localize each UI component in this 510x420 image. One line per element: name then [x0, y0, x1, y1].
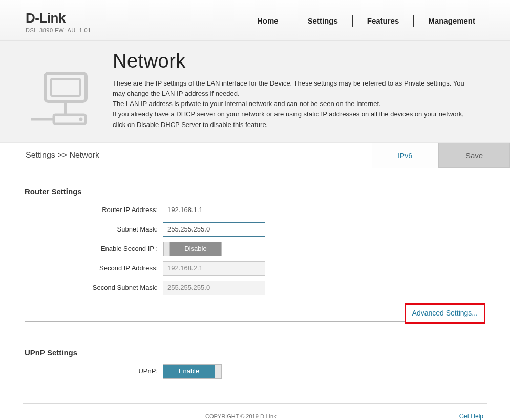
row-subnet-mask: Subnet Mask: — [25, 222, 485, 237]
svg-rect-1 — [51, 79, 80, 96]
subnet-mask-input[interactable] — [163, 222, 265, 237]
hero-banner: Network These are the IP settings of the… — [0, 41, 510, 143]
enable-second-ip-toggle[interactable]: Disable — [163, 242, 222, 256]
desc-line: If you already have a DHCP server on you… — [113, 110, 464, 128]
nav-settings[interactable]: Settings — [293, 14, 352, 27]
row-router-ip: Router IP Address: — [25, 203, 485, 217]
label-second-mask: Second Subnet Mask: — [25, 284, 163, 291]
hero-text: Network These are the IP settings of the… — [113, 50, 490, 130]
get-help-link[interactable]: Get Help — [459, 413, 483, 420]
router-ip-input[interactable] — [163, 203, 265, 217]
top-bar: D-Link DSL-3890 FW: AU_1.01 Home Setting… — [0, 0, 510, 41]
brand-model: DSL-3890 FW: AU_1.01 — [26, 27, 91, 33]
nav-home[interactable]: Home — [243, 14, 293, 27]
content: Router Settings Router IP Address: Subne… — [0, 169, 510, 389]
desc-line: These are the IP settings of the LAN int… — [113, 79, 464, 97]
brand: D-Link DSL-3890 FW: AU_1.01 — [26, 10, 91, 33]
footer: COPYRIGHT © 2019 D-Link Get Help — [23, 403, 487, 420]
advanced-settings-link[interactable]: Advanced Settings... — [405, 303, 485, 324]
save-button[interactable]: Save — [438, 143, 510, 168]
row-second-ip: Second IP Address: — [25, 261, 485, 276]
advanced-row: Advanced Settings... — [25, 304, 485, 322]
nav-features[interactable]: Features — [353, 14, 414, 27]
upnp-settings-heading: UPnP Settings — [25, 348, 485, 357]
router-settings-heading: Router Settings — [25, 187, 485, 196]
row-upnp: UPnP: Enable — [25, 364, 485, 379]
main-nav: Home Settings Features Management — [243, 14, 490, 27]
label-upnp: UPnP: — [25, 367, 163, 375]
toggle-state-label: Enable — [163, 365, 215, 378]
label-enable-second-ip: Enable Second IP : — [25, 245, 163, 253]
copyright: COPYRIGHT © 2019 D-Link — [23, 413, 459, 419]
tab-row: Settings >> Network IPv6 Save — [0, 143, 510, 169]
nav-management[interactable]: Management — [414, 14, 490, 27]
brand-logo: D-Link — [26, 10, 91, 26]
network-icon — [26, 50, 113, 127]
toggle-handle — [215, 365, 221, 378]
breadcrumb: Settings >> Network — [0, 143, 372, 168]
toggle-state-label: Disable — [170, 242, 221, 256]
page-description: These are the IP settings of the LAN int… — [113, 78, 471, 130]
tab-ipv6[interactable]: IPv6 — [372, 143, 438, 168]
row-second-mask: Second Subnet Mask: — [25, 281, 485, 295]
label-subnet-mask: Subnet Mask: — [25, 225, 163, 233]
second-ip-input[interactable] — [163, 261, 265, 276]
label-router-ip: Router IP Address: — [25, 206, 163, 214]
row-enable-second-ip: Enable Second IP : Disable — [25, 242, 485, 256]
page-title: Network — [113, 50, 490, 72]
second-mask-input[interactable] — [163, 281, 265, 295]
svg-point-5 — [79, 118, 83, 121]
upnp-toggle[interactable]: Enable — [163, 364, 222, 379]
label-second-ip: Second IP Address: — [25, 264, 163, 272]
desc-line: The LAN IP address is private to your in… — [113, 100, 381, 108]
toggle-handle — [163, 242, 170, 256]
